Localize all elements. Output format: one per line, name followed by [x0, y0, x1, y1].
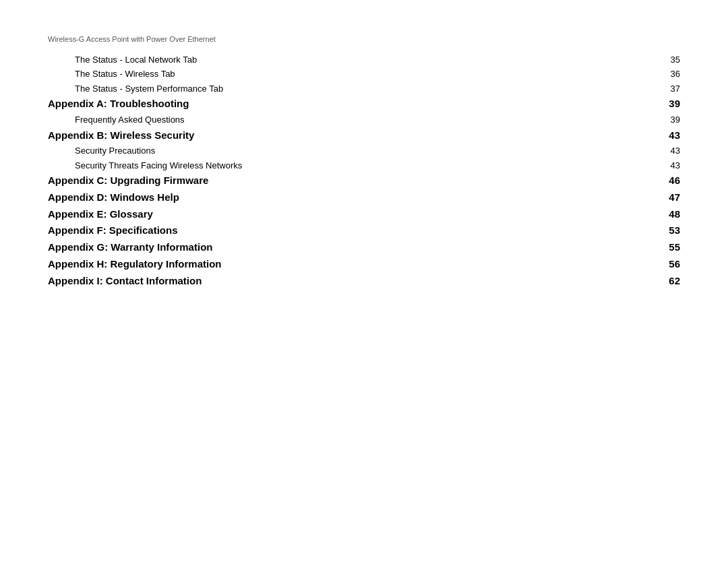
toc-entry-appendix-i: Appendix I: Contact Information62: [48, 273, 680, 290]
toc-entry-page-appendix-b: 43: [653, 127, 680, 144]
toc-entry-title-appendix-b: Appendix B: Wireless Security: [48, 127, 653, 144]
toc-entry-status-local: The Status - Local Network Tab35: [48, 53, 680, 67]
toc-entry-page-faq: 39: [653, 113, 680, 127]
toc-entry-title-appendix-a: Appendix A: Troubleshooting: [48, 96, 653, 113]
toc-entry-title-appendix-d: Appendix D: Windows Help: [48, 189, 653, 206]
toc-entry-title-appendix-e: Appendix E: Glossary: [48, 206, 653, 223]
toc-entry-appendix-e: Appendix E: Glossary48: [48, 206, 680, 223]
toc-entry-faq: Frequently Asked Questions39: [48, 113, 680, 127]
toc-entry-page-appendix-g: 55: [653, 239, 680, 256]
toc-entry-title-status-local: The Status - Local Network Tab: [48, 53, 653, 67]
toc-entry-appendix-f: Appendix F: Specifications53: [48, 222, 680, 239]
toc-entry-title-appendix-i: Appendix I: Contact Information: [48, 273, 653, 290]
toc-entry-page-appendix-i: 62: [653, 273, 680, 290]
toc-entry-title-appendix-h: Appendix H: Regulatory Information: [48, 256, 653, 273]
toc-entry-title-status-wireless: The Status - Wireless Tab: [48, 67, 653, 81]
toc-entry-appendix-c: Appendix C: Upgrading Firmware46: [48, 173, 680, 189]
toc-entry-page-appendix-e: 48: [653, 206, 680, 223]
toc-entry-appendix-g: Appendix G: Warranty Information55: [48, 239, 680, 256]
toc-entry-page-appendix-d: 47: [653, 189, 680, 206]
toc-entry-title-appendix-f: Appendix F: Specifications: [48, 222, 653, 239]
toc-entry-page-appendix-a: 39: [653, 96, 680, 113]
toc-entry-page-status-local: 35: [653, 53, 680, 67]
toc-entry-title-appendix-c: Appendix C: Upgrading Firmware: [48, 173, 653, 189]
toc-entry-title-appendix-g: Appendix G: Warranty Information: [48, 239, 653, 256]
toc-entry-title-faq: Frequently Asked Questions: [48, 113, 653, 127]
toc-entry-page-security-threats: 43: [653, 158, 680, 173]
toc-entry-title-security-threats: Security Threats Facing Wireless Network…: [48, 158, 653, 173]
toc-entry-status-performance: The Status - System Performance Tab37: [48, 82, 680, 96]
toc-entry-appendix-a: Appendix A: Troubleshooting39: [48, 96, 680, 113]
toc-entry-appendix-h: Appendix H: Regulatory Information56: [48, 256, 680, 273]
toc-entry-appendix-b: Appendix B: Wireless Security43: [48, 127, 680, 144]
toc-entry-status-wireless: The Status - Wireless Tab36: [48, 67, 680, 81]
toc-entry-appendix-d: Appendix D: Windows Help47: [48, 189, 680, 206]
toc-entry-page-status-wireless: 36: [653, 67, 680, 81]
toc-entry-page-status-performance: 37: [653, 82, 680, 96]
document-header: Wireless-G Access Point with Power Over …: [48, 35, 216, 43]
toc-entry-page-appendix-f: 53: [653, 222, 680, 239]
toc-entry-page-security-precautions: 43: [653, 144, 680, 158]
toc-entry-page-appendix-h: 56: [653, 256, 680, 273]
toc-entry-security-threats: Security Threats Facing Wireless Network…: [48, 158, 680, 173]
toc-entry-page-appendix-c: 46: [653, 173, 680, 189]
toc-entry-security-precautions: Security Precautions43: [48, 144, 680, 158]
table-of-contents: The Status - Local Network Tab35The Stat…: [48, 53, 680, 289]
toc-entry-title-security-precautions: Security Precautions: [48, 144, 653, 158]
toc-entry-title-status-performance: The Status - System Performance Tab: [48, 82, 653, 96]
